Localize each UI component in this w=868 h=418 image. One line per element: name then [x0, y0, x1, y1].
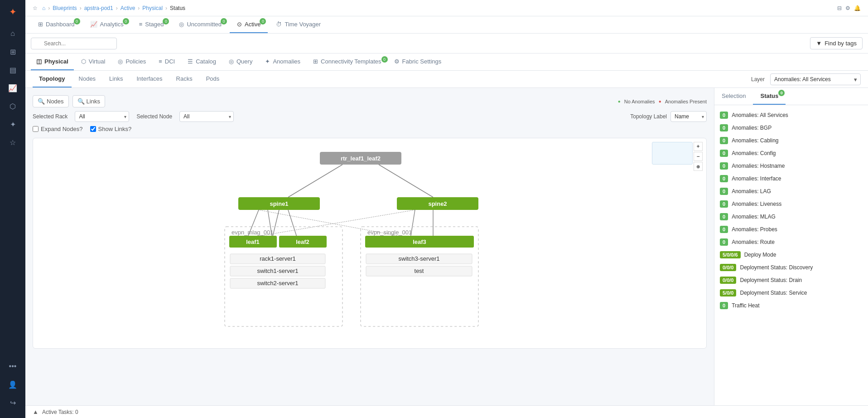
main-split: 🔍 Nodes 🔍 Links ● No Anomalies ● Anomali… [25, 88, 868, 405]
sub-nav-anomalies[interactable]: ✦ Anomalies [260, 53, 306, 70]
sidebar-dots-icon[interactable]: ••• [5, 358, 21, 374]
selected-rack-select[interactable]: All [75, 111, 129, 122]
anomalies-icon: ✦ [265, 58, 270, 65]
label-deployment-discovery: Deployment Status: Discovery [740, 264, 813, 271]
sidebar-chart-icon[interactable]: 📈 [5, 80, 21, 96]
zoom-reset-button[interactable]: ⊕ [694, 162, 703, 171]
svg-text:rtr_leaf1_leaf2: rtr_leaf1_leaf2 [341, 155, 381, 162]
sub-nav-fabric-settings[interactable]: ⚙ Fabric Settings [389, 53, 447, 70]
sub-nav-policies[interactable]: ◎ Policies [112, 53, 151, 70]
sub-nav-physical[interactable]: ◫ Physical [31, 53, 74, 70]
status-item-liveness: 0 Anomalies: Liveness [714, 198, 868, 210]
settings-icon[interactable]: ⚙ [845, 5, 850, 11]
search-bar: 🔍 ▼ Find by tags [25, 34, 868, 53]
topo-label-select[interactable]: Name [670, 111, 707, 122]
tab-time-voyager[interactable]: ⏱ Time Voyager [269, 16, 328, 33]
breadcrumb-sep5: › [165, 5, 167, 11]
selected-node-select[interactable]: All [179, 111, 234, 122]
show-links-checkbox-label[interactable]: Show Links? [90, 126, 132, 132]
label-config: Anomalies: Config [732, 150, 776, 156]
topo-tab-interfaces[interactable]: Interfaces [130, 71, 169, 87]
show-links-checkbox[interactable] [90, 126, 96, 132]
breadcrumb-active-link[interactable]: Active [121, 5, 135, 11]
uncommitted-badge: 0 [221, 18, 227, 24]
topo-tab-racks[interactable]: Racks [170, 71, 199, 87]
topo-tab-links[interactable]: Links [103, 71, 129, 87]
breadcrumb-blueprints-link[interactable]: Blueprints [53, 5, 77, 11]
tab-dashboard[interactable]: ⊞ Dashboard 0 [31, 16, 82, 33]
app-logo[interactable]: ✦ [5, 4, 21, 20]
right-panel-tab-status[interactable]: Status 0 [753, 88, 786, 105]
layer-select[interactable]: Anomalies: All Services Anomalies: BGP A… [770, 73, 861, 85]
badge-bgp: 0 [720, 124, 728, 131]
sidebar-puzzle-icon[interactable]: ✦ [5, 116, 21, 132]
sub-nav-connectivity-templates[interactable]: ⊞ Connectivity Templates 0 [308, 53, 386, 70]
sidebar-grid-icon[interactable]: ⊞ [5, 44, 21, 60]
favorite-star-icon[interactable]: ☆ [33, 5, 38, 11]
badge-deployment-service: 5/0/0 [720, 289, 736, 296]
topo-tab-pods[interactable]: Pods [200, 71, 226, 87]
label-deployment-drain: Deployment Status: Drain [740, 277, 802, 283]
status-item-config: 0 Anomalies: Config [714, 147, 868, 160]
tab-staged[interactable]: ≡ Staged 0 [132, 16, 171, 33]
tab-uncommitted[interactable]: ◎ Uncommitted 0 [172, 16, 229, 33]
label-bgp: Anomalies: BGP [732, 125, 772, 131]
topology-diagram: rtr_leaf1_leaf2 spine1 spine2 [33, 138, 707, 349]
sub-nav-dci[interactable]: ≡ DCI [153, 53, 180, 70]
dashboard-icon: ⊞ [38, 21, 43, 28]
nodes-filter-button[interactable]: 🔍 Nodes [33, 95, 69, 107]
time-voyager-icon: ⏱ [276, 21, 282, 28]
search-input[interactable] [31, 38, 117, 49]
right-panel-tab-selection[interactable]: Selection [714, 88, 753, 105]
active-icon: ⊙ [237, 21, 242, 28]
sub-nav-catalog[interactable]: ☰ Catalog [182, 53, 222, 70]
badge-mlag: 0 [720, 213, 728, 220]
sidebar-star-icon[interactable]: ☆ [5, 134, 21, 151]
policies-icon: ◎ [118, 58, 123, 65]
sub-nav-query[interactable]: ◎ Query [223, 53, 258, 70]
physical-icon: ◫ [36, 58, 42, 65]
staged-badge: 0 [163, 18, 169, 24]
terminal-icon[interactable]: ⊟ [837, 5, 842, 11]
expand-nodes-checkbox-label[interactable]: Expand Nodes? [33, 126, 83, 132]
breadcrumb-home-icon[interactable]: ⌂ [42, 5, 45, 11]
breadcrumb-sep3: › [116, 5, 118, 11]
status-item-all-services: 0 Anomalies: All Services [714, 109, 868, 122]
sidebar-network-icon[interactable]: ⬡ [5, 98, 21, 114]
badge-hostname: 0 [720, 162, 728, 170]
svg-line-2 [288, 165, 342, 197]
status-item-probes: 0 Anomalies: Probes [714, 223, 868, 236]
label-lag: Anomalies: LAG [732, 188, 771, 194]
bottom-arrow-icon[interactable]: ▲ [33, 408, 39, 415]
sidebar-logout-icon[interactable]: ↪ [5, 394, 21, 411]
breadcrumb-physical-link[interactable]: Physical [142, 5, 163, 11]
sidebar-server-icon[interactable]: ▤ [5, 62, 21, 78]
breadcrumb-bar: ☆ ⌂ › Blueprints › apstra-pod1 › Active … [25, 0, 868, 16]
sidebar-user-icon[interactable]: 👤 [5, 376, 21, 393]
sidebar-home-icon[interactable]: ⌂ [5, 25, 21, 42]
label-hostname: Anomalies: Hostname [732, 163, 785, 169]
label-liveness: Anomalies: Liveness [732, 201, 781, 207]
svg-text:switch3-server1: switch3-server1 [398, 255, 439, 262]
topology-svg: rtr_leaf1_leaf2 spine1 spine2 [42, 147, 697, 338]
tab-analytics[interactable]: 📈 Analytics 0 [83, 16, 131, 33]
links-filter-button[interactable]: 🔍 Links [72, 95, 105, 107]
tab-active[interactable]: ⊙ Active 0 [230, 16, 268, 33]
notification-icon[interactable]: 🔔 [854, 5, 861, 11]
label-deployment-service: Deployment Status: Service [740, 290, 807, 296]
expand-nodes-checkbox[interactable] [33, 126, 39, 132]
badge-all-services: 0 [720, 112, 728, 119]
status-item-deployment-service: 5/0/0 Deployment Status: Service [714, 287, 868, 299]
topo-tab-nodes[interactable]: Nodes [72, 71, 102, 87]
find-by-tags-button[interactable]: ▼ Find by tags [810, 37, 863, 49]
svg-line-3 [379, 165, 433, 197]
zoom-out-button[interactable]: − [694, 152, 703, 161]
badge-probes: 0 [720, 226, 728, 233]
selected-rack-select-wrap: All [75, 111, 129, 122]
sub-nav-virtual[interactable]: ⬡ Virtual [76, 53, 111, 70]
topo-tab-topology[interactable]: Topology [33, 71, 72, 87]
label-mlag: Anomalies: MLAG [732, 214, 776, 220]
status-item-deployment-discovery: 0/0/0 Deployment Status: Discovery [714, 261, 868, 274]
zoom-in-button[interactable]: + [694, 142, 703, 151]
breadcrumb-pod-link[interactable]: apstra-pod1 [84, 5, 113, 11]
